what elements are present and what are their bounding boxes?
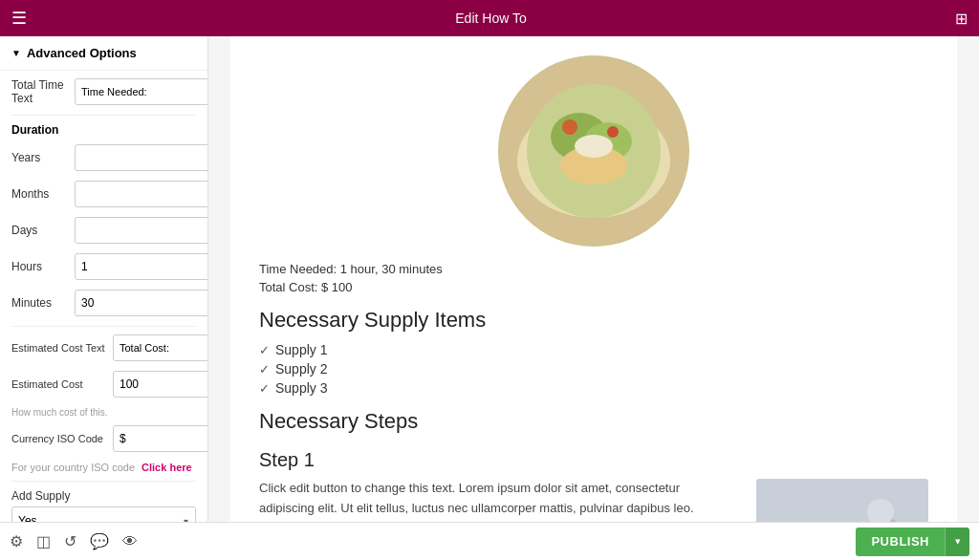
days-input[interactable]	[75, 217, 207, 244]
list-item: ✓Supply 1	[259, 342, 928, 357]
add-supply-row: Add Supply Yes No ▾	[11, 489, 196, 522]
years-input[interactable]	[75, 144, 207, 171]
food-image-container	[259, 55, 928, 247]
svg-point-7	[607, 126, 619, 138]
years-row: Years 🗑	[11, 144, 196, 171]
settings-icon[interactable]: ⚙	[10, 532, 23, 550]
step-1-image	[756, 479, 928, 522]
total-time-text-input[interactable]	[75, 78, 207, 105]
food-image	[498, 55, 689, 247]
est-cost-text-row: Estimated Cost Text 🗑	[11, 334, 196, 361]
preview-content: Time Needed: 1 hour, 30 minutes Total Co…	[230, 36, 957, 522]
supply-section-heading: Necessary Supply Items	[259, 308, 928, 333]
app-header: ☰ Edit How To ⊞	[0, 0, 979, 36]
publish-area: PUBLISH ▾	[856, 528, 969, 556]
add-supply-label: Add Supply	[11, 489, 196, 503]
publish-dropdown-button[interactable]: ▾	[945, 528, 969, 556]
list-item: ✓Supply 2	[259, 361, 928, 377]
currency-input[interactable]	[113, 425, 207, 452]
eye-icon[interactable]: 👁	[122, 533, 138, 550]
preview-area: Time Needed: 1 hour, 30 minutes Total Co…	[208, 36, 979, 522]
grid-icon[interactable]: ⊞	[955, 10, 968, 28]
years-label: Years	[11, 151, 69, 164]
svg-point-8	[575, 135, 613, 158]
supply-item-2: Supply 2	[275, 361, 327, 377]
total-time-text-label: Total Time Text	[11, 78, 69, 105]
months-label: Months	[11, 187, 69, 201]
est-cost-input[interactable]	[113, 371, 207, 398]
duration-label: Duration	[11, 123, 196, 137]
publish-button[interactable]: PUBLISH	[856, 528, 945, 556]
svg-rect-9	[756, 479, 928, 522]
svg-point-6	[562, 119, 577, 135]
time-needed-text: Time Needed: 1 hour, 30 minutes	[259, 262, 928, 276]
publish-chevron-icon: ▾	[955, 535, 961, 548]
bottom-toolbar: ⚙ ◫ ↺ 💬 👁 PUBLISH ▾	[0, 522, 979, 560]
est-cost-row: Estimated Cost 🗑	[11, 371, 196, 398]
check-icon: ✓	[259, 381, 270, 396]
minutes-input[interactable]	[75, 290, 207, 316]
advanced-options-label: Advanced Options	[27, 46, 137, 60]
hours-label: Hours	[11, 260, 69, 273]
days-row: Days 🗑	[11, 217, 196, 244]
hours-input[interactable]	[75, 253, 207, 280]
est-cost-text-label: Estimated Cost Text	[11, 342, 107, 354]
hours-row: Hours 🗑	[11, 253, 196, 280]
currency-hint-text: For your country ISO code	[11, 462, 135, 473]
check-icon: ✓	[259, 362, 270, 377]
supply-item-3: Supply 3	[275, 380, 327, 396]
menu-icon[interactable]: ☰	[11, 8, 27, 29]
currency-row: Currency ISO Code 🗑	[11, 425, 196, 452]
days-label: Days	[11, 224, 69, 237]
chat-icon[interactable]: 💬	[90, 532, 109, 550]
step-1-text: Click edit button to change this text. L…	[259, 479, 737, 522]
step-1-heading: Step 1	[259, 449, 928, 471]
supply-item-1: Supply 1	[275, 342, 327, 357]
advanced-options-toggle[interactable]: ▼ Advanced Options	[0, 36, 207, 71]
sidebar: ▼ Advanced Options Total Time Text 🗑 Dur…	[0, 36, 208, 522]
step-1-content: Click edit button to change this text. L…	[259, 479, 928, 522]
est-cost-text-input[interactable]	[113, 334, 207, 361]
list-item: ✓Supply 3	[259, 380, 928, 396]
total-time-text-row: Total Time Text 🗑	[11, 78, 196, 105]
months-row: Months 🗑	[11, 181, 196, 207]
steps-section-heading: Necessary Steps	[259, 409, 928, 434]
header-title: Edit How To	[455, 11, 526, 26]
step-1-section: Step 1 Click edit button to change this …	[259, 449, 928, 522]
minutes-row: Minutes 🗑	[11, 290, 196, 316]
est-cost-label: Estimated Cost	[11, 378, 107, 390]
total-cost-text: Total Cost: $ 100	[259, 280, 928, 294]
add-supply-select[interactable]: Yes No	[11, 506, 196, 522]
add-supply-select-wrapper: Yes No ▾	[11, 506, 196, 522]
undo-icon[interactable]: ↺	[64, 532, 76, 550]
check-icon: ✓	[259, 343, 270, 357]
currency-hint-row: For your country ISO code Click here	[11, 462, 196, 473]
supply-list: ✓Supply 1 ✓Supply 2 ✓Supply 3	[259, 342, 928, 396]
cost-hint: How much cost of this.	[11, 407, 196, 418]
currency-label: Currency ISO Code	[11, 433, 107, 444]
chevron-down-icon: ▼	[11, 48, 21, 58]
currency-link[interactable]: Click here	[141, 462, 192, 473]
months-input[interactable]	[75, 181, 207, 207]
layers-icon[interactable]: ◫	[36, 532, 51, 550]
minutes-label: Minutes	[11, 296, 69, 310]
